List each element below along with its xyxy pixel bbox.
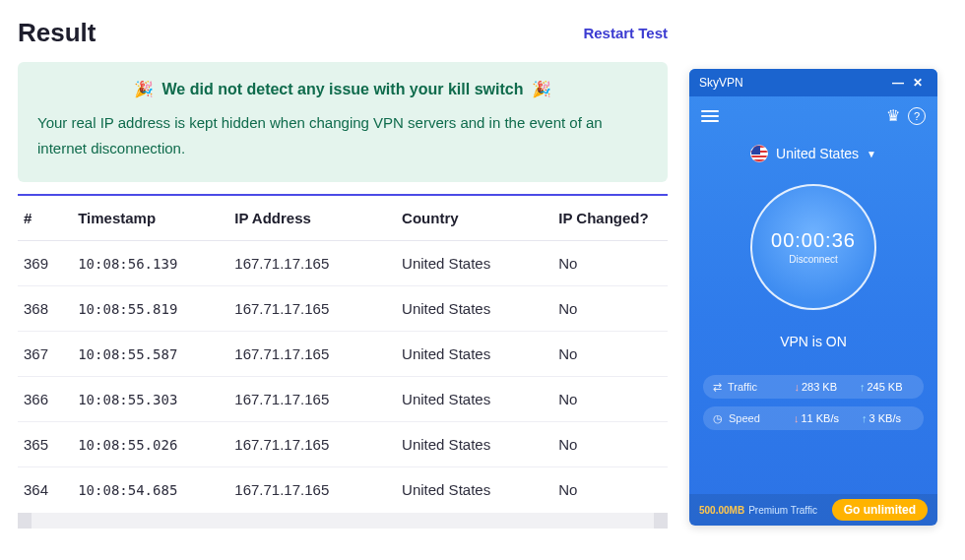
col-country: Country: [396, 196, 552, 241]
disconnect-label: Disconnect: [789, 254, 837, 265]
cell-ip: 167.71.17.165: [228, 377, 396, 422]
page-title: Result: [18, 18, 96, 48]
speed-down: 11 KB/s: [801, 412, 839, 424]
cell-ts: 10:08:55.026: [72, 422, 228, 467]
restart-test-link[interactable]: Restart Test: [583, 25, 668, 41]
down-arrow-icon: ↓: [794, 412, 800, 424]
party-popper-icon: 🎉: [532, 80, 551, 98]
go-unlimited-button[interactable]: Go unlimited: [832, 499, 928, 521]
horizontal-scrollbar[interactable]: [18, 513, 668, 529]
help-icon[interactable]: ?: [908, 107, 926, 125]
col-changed: IP Changed?: [552, 196, 668, 241]
down-arrow-icon: ↓: [794, 381, 800, 393]
col-ip: IP Address: [228, 196, 396, 241]
traffic-pill: ⇄ Traffic ↓283 KB ↑245 KB: [703, 375, 924, 399]
result-banner: 🎉 We did not detect any issue with your …: [18, 62, 668, 182]
vpn-widget: SkyVPN — ✕ ♛ ? United States ▼ 00:00:36 …: [689, 69, 937, 526]
cell-changed: No: [552, 286, 668, 332]
vpn-country-label: United States: [776, 146, 859, 161]
cell-changed: No: [552, 332, 668, 377]
cell-country: United States: [396, 241, 552, 286]
cell-ts: 10:08:56.139: [72, 241, 228, 286]
cell-changed: No: [552, 422, 668, 467]
crown-icon[interactable]: ♛: [886, 106, 900, 125]
close-button[interactable]: ✕: [908, 76, 928, 90]
cell-ip: 167.71.17.165: [228, 332, 396, 377]
vpn-titlebar: SkyVPN — ✕: [689, 69, 937, 96]
cell-country: United States: [396, 422, 552, 467]
cell-ts: 10:08:55.819: [72, 286, 228, 332]
up-arrow-icon: ↑: [860, 381, 866, 393]
up-arrow-icon: ↑: [862, 412, 868, 424]
cell-changed: No: [552, 241, 668, 286]
cell-ts: 10:08:55.587: [72, 332, 228, 377]
traffic-down: 283 KB: [802, 381, 837, 393]
cell-ip: 167.71.17.165: [228, 286, 396, 332]
minimize-button[interactable]: —: [888, 76, 908, 90]
cell-country: United States: [396, 467, 552, 512]
cell-changed: No: [552, 467, 668, 512]
vpn-app-name: SkyVPN: [699, 76, 743, 90]
col-ts: Timestamp: [72, 196, 228, 241]
traffic-label: Traffic: [728, 381, 783, 393]
table-row: 36810:08:55.819167.71.17.165United State…: [18, 286, 668, 332]
premium-label: Premium Traffic: [748, 505, 817, 516]
cell-ip: 167.71.17.165: [228, 241, 396, 286]
traffic-icon: ⇄: [713, 381, 722, 394]
vpn-status: VPN is ON: [689, 334, 937, 349]
cell-ip: 167.71.17.165: [228, 467, 396, 512]
speed-icon: ◷: [713, 412, 723, 425]
banner-subtitle: Your real IP address is kept hidden when…: [37, 110, 648, 160]
cell-country: United States: [396, 286, 552, 332]
cell-num: 369: [18, 241, 72, 286]
table-row: 36610:08:55.303167.71.17.165United State…: [18, 377, 668, 422]
col-num: #: [18, 196, 72, 241]
cell-changed: No: [552, 377, 668, 422]
table-row: 36510:08:55.026167.71.17.165United State…: [18, 422, 668, 467]
us-flag-icon: [750, 145, 768, 162]
banner-title: We did not detect any issue with your ki…: [162, 81, 524, 97]
cell-num: 364: [18, 467, 72, 512]
speed-label: Speed: [729, 412, 784, 424]
results-table: # Timestamp IP Address Country IP Change…: [18, 196, 668, 511]
cell-country: United States: [396, 377, 552, 422]
speed-up: 3 KB/s: [869, 412, 901, 424]
cell-country: United States: [396, 332, 552, 377]
vpn-timer: 00:00:36: [771, 229, 856, 252]
cell-num: 368: [18, 286, 72, 332]
table-row: 36710:08:55.587167.71.17.165United State…: [18, 332, 668, 377]
menu-icon[interactable]: [701, 110, 719, 122]
results-table-scroll[interactable]: # Timestamp IP Address Country IP Change…: [18, 196, 668, 511]
chevron-down-icon: ▼: [867, 149, 876, 159]
cell-num: 367: [18, 332, 72, 377]
cell-num: 366: [18, 377, 72, 422]
traffic-up: 245 KB: [867, 381, 902, 393]
cell-num: 365: [18, 422, 72, 467]
speed-pill: ◷ Speed ↓11 KB/s ↑3 KB/s: [703, 406, 924, 430]
table-row: 36910:08:56.139167.71.17.165United State…: [18, 241, 668, 286]
cell-ts: 10:08:55.303: [72, 377, 228, 422]
cell-ts: 10:08:54.685: [72, 467, 228, 512]
cell-ip: 167.71.17.165: [228, 422, 396, 467]
country-selector[interactable]: United States ▼: [689, 145, 937, 162]
disconnect-button[interactable]: 00:00:36 Disconnect: [750, 184, 876, 310]
premium-amount: 500.00MB: [699, 505, 744, 516]
table-row: 36410:08:54.685167.71.17.165United State…: [18, 467, 668, 512]
party-popper-icon: 🎉: [134, 80, 154, 98]
